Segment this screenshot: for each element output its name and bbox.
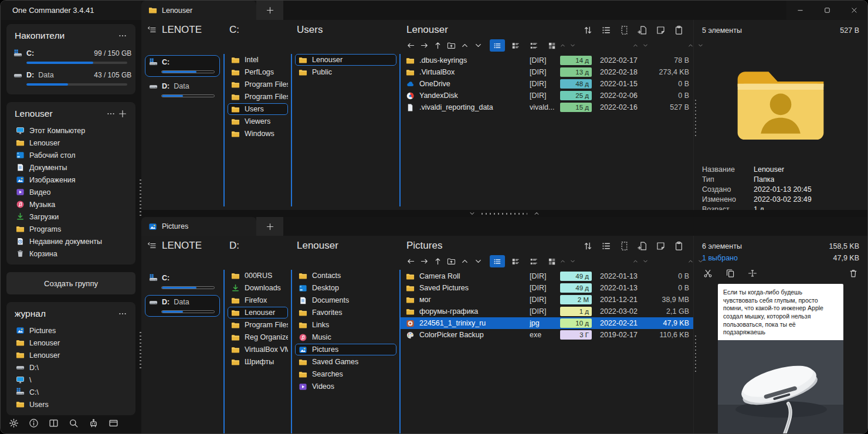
trash-button[interactable]: [847, 267, 859, 279]
list-item[interactable]: Документы: [12, 161, 130, 174]
list-item[interactable]: Windows: [228, 128, 288, 140]
chevron-down-button[interactable]: [473, 256, 484, 267]
file-row[interactable]: .dbus-keyrings [DIR] 14 д 2022-02-17 78 …: [399, 55, 693, 66]
view-list-button[interactable]: [490, 255, 505, 267]
copy-button[interactable]: [724, 267, 736, 279]
file-row[interactable]: мог [DIR] 2 М 2021-12-21 38,9 MB: [399, 294, 693, 306]
list-item[interactable]: Pictures: [12, 324, 130, 337]
drives-menu-button[interactable]: [117, 30, 128, 42]
list-options-button[interactable]: [600, 24, 612, 36]
file-row[interactable]: ColorPicker Backup exe 3 Г 2019-02-17 11…: [399, 329, 693, 341]
list-item[interactable]: Program Files (...: [228, 91, 288, 103]
image-preview[interactable]: Если ты когда-либо будешь чувствовать се…: [718, 284, 843, 434]
cut-button[interactable]: [702, 267, 714, 279]
list-item[interactable]: Lenouser: [12, 349, 130, 361]
list-item[interactable]: Music: [295, 331, 396, 343]
sort-button[interactable]: [582, 240, 594, 252]
file-dashed-button[interactable]: [618, 24, 630, 36]
file-plus-button[interactable]: [636, 24, 649, 36]
favorites-menu-button[interactable]: [105, 108, 117, 120]
list-item[interactable]: 000RUS: [228, 270, 288, 282]
file-row[interactable]: 224561_1_trinixy_ru jpg 10 д 2022-02-21 …: [399, 317, 693, 329]
list-item[interactable]: Videos: [295, 381, 396, 392]
tab-pictures[interactable]: Pictures: [141, 217, 256, 236]
file-row[interactable]: .vivaldi_reporting_data vivald... 15 д 2…: [399, 101, 693, 113]
chevron-up-button[interactable]: [459, 256, 470, 267]
list-item[interactable]: Lenouser: [228, 307, 288, 318]
list-item[interactable]: Этот Компьютер: [12, 124, 130, 137]
note-button[interactable]: [655, 24, 667, 36]
list-item[interactable]: Contacts: [295, 270, 396, 282]
split-view-button[interactable]: [48, 417, 60, 429]
file-plus-button[interactable]: [636, 240, 649, 252]
robot-button[interactable]: [87, 417, 100, 429]
gear-button[interactable]: [8, 417, 20, 429]
list-item[interactable]: Program Files: [228, 319, 288, 331]
list-item[interactable]: Корзина: [12, 247, 130, 260]
forward-button[interactable]: [419, 40, 430, 51]
minimize-button[interactable]: [786, 1, 813, 20]
journal-menu-button[interactable]: [117, 308, 128, 320]
chevron-up-button[interactable]: [459, 40, 470, 51]
list-item[interactable]: Program Files: [228, 79, 288, 90]
clipboard-button[interactable]: [673, 24, 685, 36]
list-item[interactable]: Изображения: [12, 174, 130, 186]
pane-splitter-handle[interactable]: [140, 332, 141, 369]
view-list-button[interactable]: [490, 39, 505, 52]
chevron-down-button[interactable]: [473, 40, 484, 51]
drive-item[interactable]: C: 99 / 150 GB: [12, 46, 130, 68]
list-item[interactable]: Searches: [295, 368, 396, 380]
create-group-button[interactable]: Создать группу: [6, 272, 135, 294]
drive-item[interactable]: C: 99 / 150 GB: [145, 271, 220, 293]
menu-back-icon[interactable]: [147, 241, 157, 250]
view-content-button[interactable]: [526, 255, 541, 267]
pane-splitter-handle[interactable]: [140, 179, 141, 217]
favorites-add-button[interactable]: [117, 108, 128, 120]
view-tiles-button[interactable]: [544, 255, 560, 267]
list-item[interactable]: Intel: [228, 54, 288, 66]
list-item[interactable]: Links: [295, 319, 396, 331]
list-item[interactable]: Видео: [12, 186, 130, 198]
list-item[interactable]: \: [12, 374, 130, 386]
list-item[interactable]: Lenouser: [12, 337, 130, 349]
list-item[interactable]: VirtualBox VMs: [228, 344, 288, 355]
file-dashed-button[interactable]: [618, 240, 630, 252]
note-button[interactable]: [655, 240, 667, 252]
list-item[interactable]: Reg Organizer...: [228, 331, 288, 343]
back-button[interactable]: [405, 40, 416, 51]
list-item[interactable]: Lenouser: [12, 137, 130, 149]
back-button[interactable]: [405, 256, 416, 267]
new-tab-button[interactable]: [256, 217, 283, 236]
sort-pair[interactable]: [632, 42, 649, 49]
list-item[interactable]: Загрузки: [12, 211, 130, 223]
list-item[interactable]: Lenouser: [295, 54, 396, 66]
maximize-button[interactable]: [813, 1, 840, 20]
forward-button[interactable]: [419, 256, 430, 267]
list-item[interactable]: Viewers: [228, 116, 288, 127]
list-item[interactable]: Desktop: [295, 282, 396, 294]
list-item[interactable]: Рабочий стол: [12, 149, 130, 161]
pane-divider[interactable]: [141, 210, 867, 217]
list-item[interactable]: PerfLogs: [228, 66, 288, 78]
list-item[interactable]: Users: [12, 398, 130, 411]
drive-item[interactable]: D: Data 43 GB: [145, 295, 220, 317]
list-options-button[interactable]: [600, 240, 612, 252]
list-item[interactable]: Documents: [295, 294, 396, 306]
list-item[interactable]: Firefox: [228, 294, 288, 306]
view-details-button[interactable]: [508, 39, 523, 52]
drive-item[interactable]: D: Data 43 GB: [145, 79, 220, 101]
file-row[interactable]: Saved Pictures [DIR] 49 д 2022-01-13 0 B: [399, 282, 693, 294]
file-row[interactable]: Camera Roll [DIR] 49 д 2022-01-13 0 B: [399, 270, 693, 282]
list-item[interactable]: Музыка: [12, 198, 130, 211]
list-item[interactable]: Public: [295, 66, 396, 78]
sort-pair[interactable]: [560, 42, 576, 49]
close-button[interactable]: [840, 1, 867, 20]
sort-pair[interactable]: [632, 258, 649, 265]
file-row[interactable]: YandexDisk [DIR] 25 д 2022-02-06 0 B: [399, 90, 693, 101]
up-button[interactable]: [432, 40, 443, 51]
list-item[interactable]: Недавние документы: [12, 235, 130, 247]
new-tab-button[interactable]: [256, 1, 283, 20]
list-item[interactable]: Pictures: [295, 344, 396, 355]
menu-back-icon[interactable]: [147, 25, 157, 35]
clipboard-button[interactable]: [673, 240, 685, 252]
